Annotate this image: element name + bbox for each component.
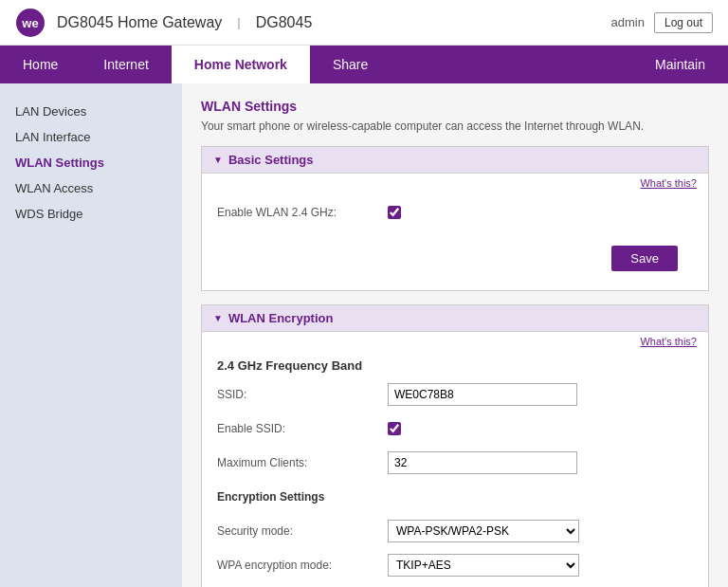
- nav-item-maintain[interactable]: Maintain: [632, 46, 728, 83]
- wlan-encryption-section: ▼ WLAN Encryption What's this? 2.4 GHz F…: [201, 304, 709, 587]
- header-right: admin Log out: [611, 12, 713, 33]
- basic-settings-title: ▼ Basic Settings: [213, 153, 314, 167]
- enable-ssid-checkbox[interactable]: [388, 422, 401, 435]
- enable-wlan-label: Enable WLAN 2.4 GHz:: [217, 206, 388, 219]
- wlan-encryption-header: ▼ WLAN Encryption: [202, 305, 708, 332]
- enable-ssid-label: Enable SSID:: [217, 422, 388, 435]
- encryption-settings-heading-row: Encryption Settings: [217, 485, 693, 509]
- sidebar-item-lan-devices[interactable]: LAN Devices: [0, 99, 182, 124]
- wpa-enc-mode-label: WPA encryption mode:: [217, 559, 388, 572]
- encryption-settings-heading: Encryption Settings: [217, 490, 388, 504]
- nav-item-home[interactable]: Home: [0, 46, 81, 83]
- svg-text:we: we: [21, 16, 38, 30]
- main-nav: Home Internet Home Network Share Maintai…: [0, 46, 728, 83]
- header-left: we DG8045 Home Gateway | DG8045: [15, 8, 312, 38]
- basic-settings-save-button[interactable]: Save: [611, 246, 678, 271]
- enable-ssid-row: Enable SSID:: [217, 416, 693, 441]
- wpa-enc-mode-select[interactable]: TKIP+AES TKIP AES: [388, 554, 579, 577]
- basic-settings-section: ▼ Basic Settings What's this? Enable WLA…: [201, 146, 709, 291]
- nav-item-home-network[interactable]: Home Network: [172, 46, 310, 83]
- ssid-row: SSID:: [217, 382, 693, 407]
- max-clients-row: Maximum Clients:: [217, 450, 693, 475]
- basic-settings-header: ▼ Basic Settings: [202, 147, 708, 174]
- wlan-encryption-body: 2.4 GHz Frequency Band SSID: Enable SSID…: [202, 347, 708, 587]
- header-title: DG8045 Home Gateway: [57, 14, 222, 31]
- header-model: DG8045: [256, 14, 313, 31]
- basic-settings-title-text: Basic Settings: [228, 153, 314, 167]
- header-divider: |: [237, 15, 240, 29]
- wlan-encryption-title-text: WLAN Encryption: [228, 311, 334, 325]
- sidebar-item-wds-bridge[interactable]: WDS Bridge: [0, 201, 182, 227]
- freq-band-label: 2.4 GHz Frequency Band: [217, 358, 693, 373]
- wlan-encryption-title: ▼ WLAN Encryption: [213, 311, 333, 325]
- wlan-encryption-whats-this[interactable]: What's this?: [202, 332, 708, 347]
- security-mode-select[interactable]: WPA-PSK/WPA2-PSK WPA-PSK WPA2-PSK None: [388, 520, 579, 542]
- we-logo-icon: we: [15, 8, 46, 38]
- admin-label: admin: [611, 15, 645, 29]
- sidebar-item-lan-interface[interactable]: LAN Interface: [0, 124, 182, 150]
- enable-wlan-row: Enable WLAN 2.4 GHz:: [217, 200, 693, 225]
- basic-settings-whats-this[interactable]: What's this?: [202, 174, 708, 189]
- sidebar-item-wlan-settings[interactable]: WLAN Settings: [0, 150, 182, 175]
- header: we DG8045 Home Gateway | DG8045 admin Lo…: [0, 0, 728, 46]
- sidebar: LAN Devices LAN Interface WLAN Settings …: [0, 83, 182, 587]
- ssid-label: SSID:: [217, 388, 388, 401]
- logout-button[interactable]: Log out: [654, 12, 713, 33]
- main-content: WLAN Settings Your smart phone or wirele…: [182, 83, 728, 587]
- basic-settings-footer: Save: [217, 234, 693, 279]
- security-mode-row: Security mode: WPA-PSK/WPA2-PSK WPA-PSK …: [217, 519, 693, 543]
- nav-item-share[interactable]: Share: [310, 46, 391, 83]
- sidebar-item-wlan-access[interactable]: WLAN Access: [0, 175, 182, 201]
- max-clients-label: Maximum Clients:: [217, 456, 388, 469]
- wpa-enc-mode-row: WPA encryption mode: TKIP+AES TKIP AES: [217, 553, 693, 578]
- page-description: Your smart phone or wireless-capable com…: [201, 119, 709, 133]
- basic-settings-collapse-icon[interactable]: ▼: [213, 155, 223, 165]
- nav-item-internet[interactable]: Internet: [81, 46, 171, 83]
- max-clients-input[interactable]: [388, 451, 577, 474]
- page-title: WLAN Settings: [201, 99, 709, 114]
- wlan-encryption-collapse-icon[interactable]: ▼: [213, 313, 223, 323]
- layout: LAN Devices LAN Interface WLAN Settings …: [0, 83, 728, 587]
- ssid-input[interactable]: [388, 383, 577, 406]
- basic-settings-body: Enable WLAN 2.4 GHz: Save: [202, 189, 708, 290]
- enable-wlan-checkbox[interactable]: [388, 206, 401, 219]
- security-mode-label: Security mode:: [217, 524, 388, 538]
